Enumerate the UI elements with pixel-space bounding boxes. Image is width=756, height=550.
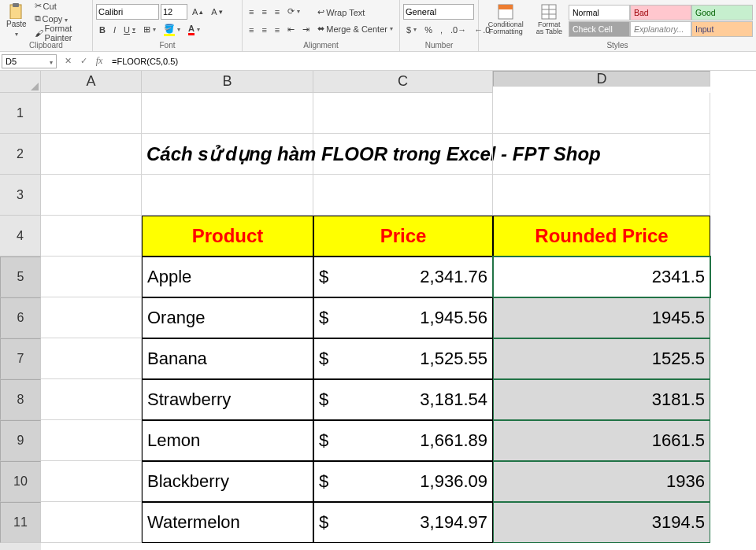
orientation-button[interactable]: ⟳ — [284, 4, 303, 20]
header-product[interactable]: Product — [142, 216, 313, 257]
cell-rounded[interactable]: 1936 — [493, 461, 710, 502]
copy-button[interactable]: ⧉Copy — [32, 13, 89, 24]
header-price[interactable]: Price — [313, 216, 493, 257]
align-center-button[interactable]: ≡ — [258, 22, 269, 38]
cell[interactable] — [41, 502, 142, 543]
cell-rounded[interactable]: 3194.5 — [493, 502, 710, 543]
format-as-table-button[interactable]: Format as Table — [532, 2, 567, 39]
font-size-select[interactable] — [161, 4, 187, 20]
cell[interactable] — [41, 175, 142, 216]
underline-button[interactable]: U — [120, 22, 139, 38]
cell-price[interactable]: $1,525.55 — [313, 338, 493, 379]
cell-rounded[interactable]: 1945.5 — [493, 297, 710, 338]
cell-product[interactable]: Lemon — [142, 420, 313, 461]
cut-button[interactable]: ✂Cut — [32, 0, 89, 12]
name-box[interactable]: D5 — [2, 54, 57, 68]
cell[interactable] — [493, 175, 710, 216]
align-left-button[interactable]: ≡ — [246, 22, 257, 38]
cell-product[interactable]: Orange — [142, 297, 313, 338]
cell[interactable] — [142, 93, 313, 134]
cell[interactable] — [41, 297, 142, 338]
style-check-cell[interactable]: Check Cell — [569, 21, 630, 37]
cell-rounded-active[interactable]: 2341.5 — [493, 257, 710, 297]
row-header[interactable]: 8 — [0, 379, 41, 420]
cell-price[interactable]: $2,341.76 — [313, 257, 493, 297]
font-name-select[interactable] — [96, 4, 159, 20]
style-explanatory[interactable]: Explanatory... — [630, 21, 691, 37]
cell[interactable] — [41, 420, 142, 461]
number-format-select[interactable] — [403, 4, 474, 20]
insert-function-button[interactable]: fx — [91, 54, 107, 69]
borders-button[interactable]: ⊞ — [140, 22, 159, 38]
decrease-indent-button[interactable]: ⇤ — [284, 22, 298, 38]
row-header[interactable]: 3 — [0, 175, 41, 216]
cell[interactable] — [313, 134, 493, 175]
cell-title[interactable]: Cách sử dụng hàm FLOOR trong Excel - FPT… — [142, 134, 313, 175]
select-all-corner[interactable] — [0, 71, 41, 93]
cell-rounded[interactable]: 1525.5 — [493, 338, 710, 379]
cell[interactable] — [493, 134, 710, 175]
style-bad[interactable]: Bad — [630, 5, 691, 20]
merge-center-button[interactable]: ⬌Merge & Center — [314, 21, 396, 37]
conditional-formatting-button[interactable]: Conditional Formatting — [482, 2, 530, 39]
row-header[interactable]: 9 — [0, 420, 41, 461]
cell[interactable] — [493, 93, 710, 134]
align-bottom-button[interactable]: ≡ — [272, 4, 283, 20]
cell-product[interactable]: Strawberry — [142, 379, 313, 420]
cell[interactable] — [41, 338, 142, 379]
row-header[interactable]: 7 — [0, 338, 41, 379]
row-header[interactable]: 2 — [0, 134, 41, 175]
row-header[interactable]: 11 — [0, 502, 41, 543]
cell-price[interactable]: $1,945.56 — [313, 297, 493, 338]
italic-button[interactable]: I — [110, 22, 119, 38]
cell-product[interactable]: Blackberry — [142, 461, 313, 502]
formula-input[interactable] — [109, 54, 756, 69]
cell[interactable] — [41, 216, 142, 257]
cell[interactable] — [41, 134, 142, 175]
cell[interactable] — [41, 93, 142, 134]
cell-product[interactable]: Apple — [142, 257, 313, 297]
format-painter-button[interactable]: 🖌Format Painter — [32, 25, 89, 41]
cell[interactable] — [313, 93, 493, 134]
cell-product[interactable]: Watermelon — [142, 502, 313, 543]
increase-font-button[interactable]: A▴ — [189, 4, 206, 20]
row-header[interactable]: 4 — [0, 216, 41, 257]
style-input[interactable]: Input — [691, 21, 753, 37]
enter-formula-button[interactable]: ✓ — [76, 54, 91, 69]
cell-rounded[interactable]: 1661.5 — [493, 420, 710, 461]
row-header[interactable]: 1 — [0, 93, 41, 134]
wrap-text-button[interactable]: ↩Wrap Text — [314, 5, 396, 20]
cell-price[interactable]: $3,194.97 — [313, 502, 493, 543]
cell[interactable] — [41, 379, 142, 420]
cell[interactable] — [41, 257, 142, 297]
percent-button[interactable]: % — [421, 22, 435, 38]
col-header[interactable]: B — [142, 71, 313, 93]
col-header[interactable]: C — [313, 71, 493, 93]
increase-decimal-button[interactable]: .0→ — [447, 22, 469, 38]
row-header[interactable]: 5 — [0, 257, 41, 297]
cell-price[interactable]: $1,936.09 — [313, 461, 493, 502]
decrease-font-button[interactable]: A▾ — [208, 4, 225, 20]
cell-rounded[interactable]: 3181.5 — [493, 379, 710, 420]
cell-styles-gallery[interactable]: Normal Bad Good Check Cell Explanatory..… — [569, 2, 753, 39]
cell[interactable] — [313, 175, 493, 216]
comma-button[interactable]: , — [437, 22, 446, 38]
cell-product[interactable]: Banana — [142, 338, 313, 379]
paste-button[interactable]: Paste — [3, 2, 30, 39]
header-rounded[interactable]: Rounded Price — [493, 216, 710, 257]
col-header[interactable]: A — [41, 71, 142, 93]
row-header[interactable]: 10 — [0, 461, 41, 502]
align-middle-button[interactable]: ≡ — [258, 4, 269, 20]
align-right-button[interactable]: ≡ — [272, 22, 283, 38]
cell[interactable] — [142, 175, 313, 216]
fill-color-button[interactable]: 🪣 — [161, 22, 183, 38]
style-normal[interactable]: Normal — [569, 5, 630, 20]
bold-button[interactable]: B — [96, 22, 109, 38]
col-header[interactable]: D — [493, 71, 710, 87]
font-color-button[interactable]: A — [185, 22, 203, 38]
cell-price[interactable]: $1,661.89 — [313, 420, 493, 461]
row-header[interactable]: 6 — [0, 297, 41, 338]
increase-indent-button[interactable]: ⇥ — [299, 22, 313, 38]
cell-price[interactable]: $3,181.54 — [313, 379, 493, 420]
cell[interactable] — [41, 461, 142, 502]
